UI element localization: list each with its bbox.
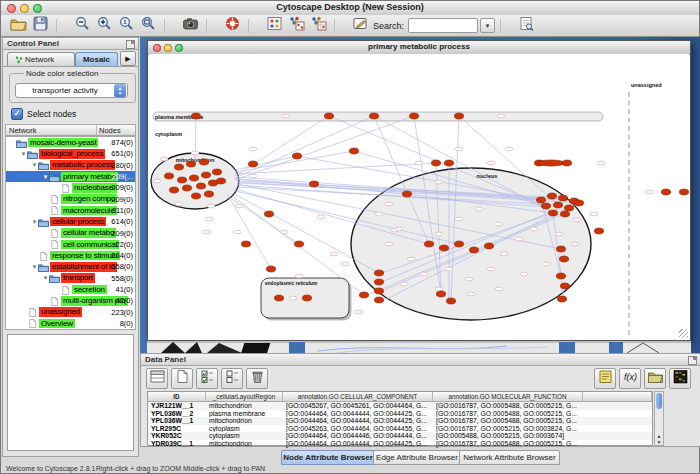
zoom-selected-button[interactable]: 1 [116,17,136,35]
tree-row-secretion[interactable]: secretion41(0) [6,284,135,295]
column-header-4[interactable]: annotation.GO MOLECULAR_FUNCTION [433,392,583,401]
expand-triangle-icon[interactable]: ▼ [42,174,49,180]
svg-text:unassigned: unassigned [631,82,662,88]
data-panel: Data Panel f(x) ID_cellularLayoutRegiona… [140,353,700,447]
network-window-title: primary metabolic process [148,42,690,51]
table-cell: [GO:0045263, GO:0044464, GO:0044455, G..… [283,425,433,433]
snapshot-button[interactable] [180,17,200,35]
tree-row-mosaic-demo-yeast[interactable]: mosaic-demo-yeast874(0) [6,137,135,148]
toolbar-separator [164,19,175,33]
node-count: 209(0) [111,195,133,204]
tree-column-nodes[interactable]: Nodes [97,125,135,135]
tree-row-nitrogen-compo[interactable]: nitrogen compo209(0) [6,193,135,204]
resize-grip-icon[interactable] [679,329,688,338]
tree-row-nucleobase-[interactable]: nucleobase-209(0) [6,182,135,193]
table-row[interactable]: YPL036W__2plasma membrane[GO:0044464, GO… [148,410,652,418]
table-cell: cytoplasm [206,432,283,440]
zoom-fit-button[interactable] [138,17,158,35]
floppy-icon [32,16,49,35]
import-table-button[interactable] [308,17,328,35]
data-panel-title: Data Panel [145,355,186,364]
annotation-button[interactable] [350,17,370,35]
table-cell: [GO:0044464, GO:0044444, GO:0044425, G..… [283,417,433,425]
column-header-3[interactable]: annotation.GO CELLULAR_COMPONENT [283,392,433,401]
tree-row-establishment-of-lo[interactable]: ▼establishment of lo558(0) [6,261,135,272]
tree-row-overview[interactable]: Overview8(0) [6,318,135,329]
expand-triangle-icon[interactable]: ▼ [31,162,38,168]
open-file-button[interactable] [8,17,28,35]
scrollbar-thumb[interactable] [656,393,662,409]
table-cell: YJR121W__1 [148,402,206,410]
table-row[interactable]: YDR039C__1mitochondrion[GO:0044464, GO:0… [148,440,652,448]
table-row[interactable]: YJR121W__1mitochondrion[GO:0045267, GO:0… [148,402,652,410]
vizmapper-button[interactable] [264,17,284,35]
network-window-titlebar[interactable]: primary metabolic process [148,41,690,55]
search-dropdown-button[interactable]: ▼ [480,18,495,33]
expand-triangle-icon[interactable]: ▼ [31,219,38,225]
tab-network[interactable]: Network [7,52,75,66]
expand-triangle-icon[interactable]: ▼ [42,275,49,281]
column-header-2[interactable]: _cellularLayoutRegion [206,392,283,401]
main-titlebar[interactable]: Cytoscape Desktop (New Session) [1,1,699,16]
tree-column-network[interactable]: Network [6,125,97,135]
svg-text:nucleus: nucleus [477,173,498,179]
delete-attribute-button[interactable] [246,368,268,389]
matrix-view-icon [672,369,689,388]
network-canvas[interactable]: plasma membranecytoplasmnucleusmitochond… [149,54,689,339]
import-network-button[interactable] [286,17,306,35]
select-attributes-icon [199,369,216,388]
background-windows [147,341,691,353]
network-view-window[interactable]: primary metabolic process plasma membran… [147,40,691,341]
open-folder-icon [10,16,27,35]
toolbar-separator [248,19,259,33]
toolbar-separator [334,19,345,33]
tree-row-cellular-process[interactable]: ▼cellular process614(0) [6,216,135,227]
attribute-editor-button[interactable] [594,368,616,389]
zoom-out-button[interactable] [72,17,92,35]
matrix-view-button[interactable] [669,368,691,389]
tree-row-macromolecule[interactable]: macromolecule311(0) [6,205,135,216]
tree-row-biological-process[interactable]: ▼biological_process651(0) [6,148,135,159]
tab-mosaic[interactable]: Mosaic [75,52,118,66]
node-color-select[interactable]: transporter activity ▲▼ [15,83,128,98]
float-panel-icon[interactable] [126,40,135,49]
tree-row-cell-communicat[interactable]: cell communicat22(0) [6,239,135,250]
tree-label: macromolecule [61,206,117,216]
tree-row-multi-organism-pro[interactable]: multi-organism pro42(0) [6,295,135,306]
function-builder-button[interactable]: f(x) [619,368,641,389]
select-nodes-checkbox[interactable]: ✓ Select nodes [11,108,76,120]
save-session-button[interactable] [30,17,50,35]
tree-label: Overview [39,319,75,329]
table-cell: YPL036W__1 [148,417,206,425]
select-attributes-button[interactable] [196,368,218,389]
table-row[interactable]: YKR052Ccytoplasm[GO:0044464, GO:0044446,… [148,432,652,440]
node-count: 42(0) [115,296,133,305]
search-input[interactable] [408,18,478,33]
column-header-1[interactable]: ID [148,392,206,401]
attribute-grid-button[interactable] [146,368,168,389]
tree-row-cellular-metabo[interactable]: cellular metabo209(0) [6,227,135,238]
unselect-attributes-button[interactable] [221,368,243,389]
float-data-panel-icon[interactable] [688,356,697,365]
help-button[interactable] [222,17,242,35]
new-attribute-button[interactable] [171,368,193,389]
tree-row-response-to-stimulu[interactable]: response to stimulu264(0) [6,250,135,261]
advanced-search-button[interactable] [516,17,536,35]
import-attributes-button[interactable] [644,368,666,389]
table-row[interactable]: YPL036W__1mitochondrion[GO:0044464, GO:0… [148,417,652,425]
tree-label: secretion [72,285,107,295]
svg-text:f(x): f(x) [624,372,637,382]
expand-triangle-icon[interactable]: ▼ [31,264,38,270]
camera-icon [182,16,199,35]
table-scrollbar[interactable]: ▲▼ [654,391,664,446]
table-row[interactable]: YLR295Ccytoplasm[GO:0045263, GO:0044464,… [148,425,652,433]
data-panel-toolbar: f(x) [141,366,700,390]
tab-overflow-button[interactable]: ▶ [120,51,136,66]
attribute-table[interactable]: ID_cellularLayoutRegionannotation.GO CEL… [147,391,653,446]
tree-row-metabolic-process[interactable]: ▼metabolic process280(0) [6,160,135,171]
expand-triangle-icon[interactable]: ▼ [20,151,27,157]
scrollbar-arrows-icon[interactable]: ▲▼ [655,433,663,445]
birdseye-view-panel[interactable] [7,334,134,451]
zoom-in-button[interactable] [94,17,114,35]
tree-row-unassigned[interactable]: unassigned223(0) [6,306,135,317]
